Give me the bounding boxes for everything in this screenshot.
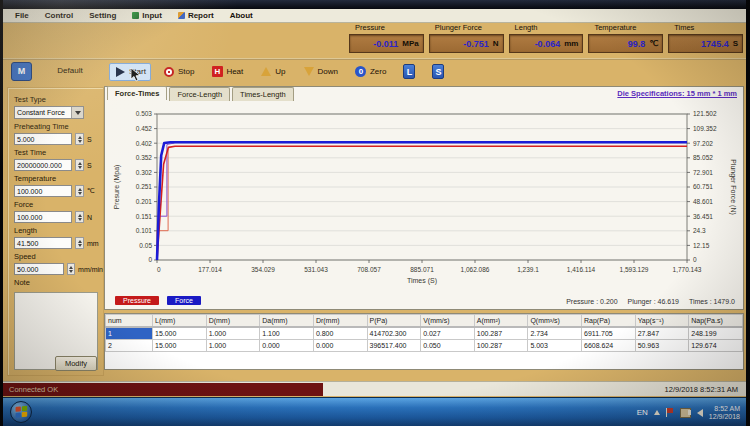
- tray-clock[interactable]: 8:52 AM 12/9/2018: [709, 405, 742, 421]
- up-button[interactable]: Up: [255, 63, 290, 81]
- legend-pressure: Pressure: [115, 296, 159, 305]
- show-hidden-icons-icon[interactable]: [654, 410, 660, 415]
- menu-label: Report: [188, 11, 214, 20]
- test-type-select[interactable]: Constant Force: [14, 106, 84, 119]
- zero-button[interactable]: 0Zero: [350, 63, 391, 81]
- heat-button[interactable]: HHeat: [206, 63, 248, 81]
- length-input[interactable]: 41.500: [14, 237, 72, 249]
- menu-file[interactable]: File: [15, 11, 29, 20]
- readout-length: Length-0.064mm: [509, 23, 584, 57]
- col-header[interactable]: Da(mm): [260, 315, 314, 328]
- windows-taskbar: EN 8:52 AM 12/9/2018: [3, 397, 746, 426]
- modify-button[interactable]: Modify: [55, 356, 97, 371]
- temperature-spinner[interactable]: [75, 185, 84, 197]
- s-icon: S: [432, 66, 444, 78]
- force-input[interactable]: 100.000: [14, 211, 72, 223]
- menu-control[interactable]: Control: [45, 11, 73, 20]
- readout-plunger-force: Plunger Force-0.751N: [429, 23, 504, 57]
- system-tray: EN 8:52 AM 12/9/2018: [637, 398, 742, 426]
- speed-row: 50.000mm/min: [14, 263, 103, 275]
- svg-text:0: 0: [693, 256, 697, 263]
- svg-text:Plunger Force (N): Plunger Force (N): [729, 159, 737, 215]
- table-cell: 0.000: [260, 340, 314, 352]
- legend-force: Force: [167, 296, 201, 305]
- col-header[interactable]: V(mm/s): [421, 315, 475, 328]
- table-cell: 0.800: [313, 327, 367, 340]
- temperature-unit: ℃: [87, 187, 95, 195]
- l-button[interactable]: L: [398, 63, 420, 81]
- length-spinner[interactable]: [75, 237, 84, 249]
- speed-input[interactable]: 50.000: [14, 263, 64, 275]
- tab-times-length[interactable]: Times-Length: [232, 87, 294, 101]
- temperature-input[interactable]: 100.000: [14, 185, 72, 197]
- readout-pressure: Pressure-0.011MPa: [349, 23, 424, 57]
- table-cell: 27.847: [635, 327, 689, 340]
- series-pressure: [157, 146, 687, 260]
- table-cell: 6911.705: [582, 327, 636, 340]
- col-header[interactable]: L(mm): [153, 315, 207, 328]
- force-spinner[interactable]: [75, 211, 84, 223]
- col-header[interactable]: Nap(Pa.s): [689, 315, 743, 328]
- die-specifications-link[interactable]: Die Specifications: 15 mm * 1 mm: [617, 89, 737, 98]
- temperature-row: 100.000℃: [14, 185, 103, 197]
- speed-spinner[interactable]: [67, 263, 75, 275]
- length-row: 41.500mm: [14, 237, 103, 249]
- readout-unit: S: [733, 39, 738, 48]
- s-button[interactable]: S: [427, 63, 449, 81]
- svg-text:0.251: 0.251: [136, 183, 153, 190]
- readout-value: -0.011: [373, 39, 398, 49]
- svg-text:0.452: 0.452: [136, 125, 153, 132]
- test-time-spinner[interactable]: [75, 159, 84, 171]
- svg-text:97.202: 97.202: [693, 140, 713, 147]
- col-header[interactable]: num: [106, 315, 153, 328]
- tab-force-length[interactable]: Force-Length: [169, 87, 230, 101]
- action-center-flag-icon[interactable]: [666, 408, 674, 417]
- preheating-time-input[interactable]: 5.000: [14, 133, 72, 145]
- preheating-time-spinner[interactable]: [75, 133, 84, 145]
- readout-value: 1745.4: [701, 39, 729, 49]
- menu-setting[interactable]: Setting: [89, 11, 116, 20]
- readout-value-box: 99.8℃: [588, 34, 663, 53]
- start-button[interactable]: [10, 401, 32, 423]
- col-header[interactable]: Dr(mm): [313, 315, 367, 328]
- table-row[interactable]: 215.0001.0000.0000.000396517.4000.050100…: [106, 340, 743, 352]
- col-header[interactable]: Q(mm³/s): [528, 315, 582, 328]
- profile-m-button[interactable]: M: [11, 62, 32, 81]
- table-row[interactable]: 115.0001.0001.1000.800414702.3000.027100…: [106, 327, 743, 340]
- menu-about[interactable]: About: [230, 11, 253, 20]
- menu-label: Control: [45, 11, 73, 20]
- down-button[interactable]: Down: [298, 63, 343, 81]
- menu-bar: FileControlSettingInputReportAbout: [3, 9, 746, 23]
- svg-text:48.601: 48.601: [693, 198, 713, 205]
- volume-icon[interactable]: [697, 409, 703, 417]
- svg-text:12.15: 12.15: [693, 242, 710, 249]
- stop-button[interactable]: Stop: [158, 63, 199, 81]
- table-cell: 50.963: [635, 340, 689, 352]
- chart-status-item: Plunger : 46.619: [628, 298, 679, 305]
- col-header[interactable]: A(mm²): [474, 315, 528, 328]
- col-header[interactable]: D(mm): [206, 315, 260, 328]
- force-row: 100.000N: [14, 211, 103, 223]
- col-header[interactable]: Rap(Pa): [582, 315, 636, 328]
- chart-cursor-readout: Pressure : 0.200Plunger : 46.619Times : …: [566, 298, 735, 305]
- status-datetime: 12/9/2018 8:52:31 AM: [665, 385, 738, 394]
- language-indicator[interactable]: EN: [637, 408, 648, 417]
- col-header[interactable]: P(Pa): [367, 315, 421, 328]
- test-time-row: 20000000.000S: [14, 159, 103, 171]
- menu-report[interactable]: Report: [178, 11, 214, 20]
- table-cell: 248.199: [689, 327, 743, 340]
- menu-label: Setting: [89, 11, 116, 20]
- speed-unit: mm/min: [78, 266, 103, 273]
- length-unit: mm: [87, 240, 99, 247]
- chevron-down-icon[interactable]: [71, 107, 83, 118]
- tab-force-times[interactable]: Force-Times: [107, 86, 167, 100]
- menu-label: About: [230, 11, 253, 20]
- menu-input[interactable]: Input: [132, 11, 162, 20]
- divider: [3, 58, 746, 60]
- table-cell: 414702.300: [367, 327, 421, 340]
- down-icon: [303, 66, 315, 78]
- test-time-input[interactable]: 20000000.000: [14, 159, 72, 171]
- connection-status: Connected OK: [3, 383, 323, 396]
- col-header[interactable]: Yap(s⁻¹): [635, 315, 689, 328]
- svg-text:177.014: 177.014: [198, 266, 222, 273]
